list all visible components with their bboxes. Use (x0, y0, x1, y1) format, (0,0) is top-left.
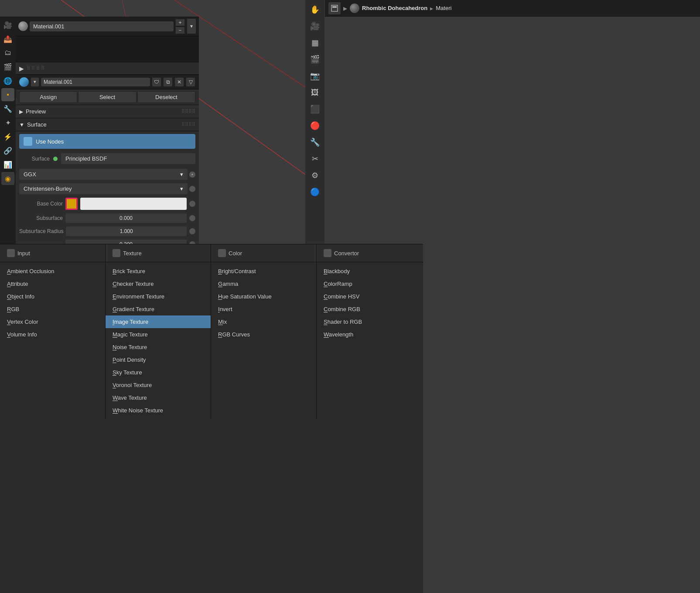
menu-item-image-texture[interactable]: Image Texture (106, 315, 211, 328)
camera-icon[interactable]: 🎥 (307, 18, 323, 34)
shield-icon-btn[interactable]: 🛡 (152, 77, 161, 87)
menu-item-voronoi-texture[interactable]: Voronoi Texture (106, 379, 211, 391)
input-header-icon (7, 249, 15, 257)
menu-item-noise-texture[interactable]: Noise Texture (106, 341, 211, 353)
filter-icon-btn[interactable]: ▽ (186, 77, 195, 87)
convertor-column: Blackbody ColorRamp Combine HSV Combine … (317, 262, 422, 419)
menu-item-point-density[interactable]: Point Density (106, 353, 211, 366)
view-icon[interactable] (328, 2, 341, 14)
view-layer-icon[interactable]: 🗂 (1, 46, 14, 59)
subsurface-arrow-icon: ▾ (180, 185, 183, 192)
grid-icon[interactable]: ▦ (307, 35, 323, 51)
menu-item-white-noise-texture[interactable]: White Noise Texture (106, 404, 211, 417)
modifier-properties-icon[interactable]: 🔧 (1, 102, 14, 115)
menu-item-wave-texture[interactable]: Wave Texture (106, 391, 211, 404)
sub-radius-value[interactable]: 1.000 (66, 226, 187, 236)
menu-item-checker-texture[interactable]: Checker Texture (106, 278, 211, 290)
output-properties-icon[interactable]: 📤 (1, 32, 14, 45)
texture-header-icon (113, 249, 120, 257)
menu-item-invert[interactable]: Invert (211, 303, 316, 315)
data2-icon[interactable]: 📊 (1, 158, 14, 171)
input-header: Input (0, 244, 106, 262)
base-color-swatch[interactable] (65, 198, 78, 210)
surface-shader-row: Surface Principled BSDF (16, 151, 199, 166)
modifier-icon[interactable]: 🔧 (307, 134, 323, 150)
scene-properties-icon[interactable]: 🎬 (1, 60, 14, 73)
globe-icon (19, 77, 29, 87)
menu-item-environment-texture[interactable]: Environment Texture (106, 290, 211, 303)
menu-item-hue-sat-value[interactable]: Hue Saturation Value (211, 290, 316, 303)
constraints2-icon[interactable]: 🔗 (1, 144, 14, 157)
camera2-icon[interactable]: 📷 (307, 68, 323, 84)
ggx-dropdown[interactable]: GGX ▾ (19, 169, 188, 180)
menu-item-combine-rgb[interactable]: Combine RGB (317, 303, 422, 315)
surface-dots: ⠿⠿⠿⠿ (181, 122, 195, 127)
sub-r-dot[interactable] (189, 228, 195, 234)
menu-item-ambient-occlusion[interactable]: Ambient Occlusion (0, 265, 105, 278)
menu-item-attribute[interactable]: Attribute (0, 278, 105, 290)
world-properties-icon[interactable]: 🌐 (1, 74, 14, 87)
menu-item-rgb[interactable]: RGB (0, 303, 105, 315)
menu-item-magic-texture[interactable]: Magic Texture (106, 328, 211, 341)
preview-section-header[interactable]: ▶ Preview ⠿⠿⠿⠿ (16, 105, 199, 118)
close-icon-btn[interactable]: ✕ (174, 77, 184, 87)
object-icon[interactable]: ⬛ (307, 101, 323, 117)
subsurface-value[interactable]: 0.000 (65, 213, 187, 223)
subsurface-dot-btn[interactable] (189, 186, 195, 192)
add-material-button[interactable]: + (175, 19, 185, 26)
shapekey-icon[interactable]: ✂ (307, 151, 323, 167)
convertor-header: Convertor (317, 244, 422, 262)
principled-bsdf-button[interactable]: Principled BSDF (61, 153, 195, 164)
menu-item-mix[interactable]: Mix (211, 315, 316, 328)
scene-icon[interactable]: 🎬 (307, 51, 323, 67)
play-button[interactable]: ▶ (19, 65, 24, 72)
menu-item-brick-texture[interactable]: Brick Texture (106, 265, 211, 278)
hand-tool-icon[interactable]: ✋ (307, 2, 323, 17)
surface-title: Surface (27, 121, 47, 128)
menu-item-sky-texture[interactable]: Sky Texture (106, 366, 211, 379)
menu-item-volume-info[interactable]: Volume Info (0, 328, 105, 341)
texture-column: Brick Texture Checker Texture Environmen… (106, 262, 211, 419)
select-button[interactable]: Select (78, 91, 136, 103)
material-slot-name[interactable]: Material.001 (41, 78, 150, 86)
object-properties-icon[interactable]: ▪ (1, 88, 14, 101)
material-active-icon[interactable]: ◉ (1, 172, 14, 185)
dropdown-button[interactable]: ▾ (187, 18, 196, 34)
sub-dot[interactable] (189, 215, 195, 221)
menu-item-gamma[interactable]: Gamma (211, 278, 316, 290)
menu-item-bright-contrast[interactable]: Bright/Contrast (211, 265, 316, 278)
menu-item-combine-hsv[interactable]: Combine HSV (317, 290, 422, 303)
base-color-label: Base Color (19, 201, 63, 207)
base-color-value-field[interactable] (80, 198, 187, 210)
subsurface-label: Christensen-Burley (24, 185, 72, 192)
menu-item-vertex-color[interactable]: Vertex Color (0, 315, 105, 328)
material-type-dropdown[interactable]: ▾ (31, 77, 39, 87)
menu-item-wavelength[interactable]: Wavelength (317, 328, 422, 341)
deselect-button[interactable]: Deselect (137, 91, 195, 103)
menu-item-gradient-texture[interactable]: Gradient Texture (106, 303, 211, 315)
physics-icon[interactable]: ⚡ (1, 130, 14, 143)
menu-item-object-info[interactable]: Object Info (0, 290, 105, 303)
assign-button[interactable]: Assign (19, 91, 77, 103)
copy-icon-btn[interactable]: ⧉ (163, 77, 173, 87)
menu-item-colorramp[interactable]: ColorRamp (317, 278, 422, 290)
constraint-icon[interactable]: 🔴 (307, 118, 323, 134)
surface-section-header[interactable]: ▼ Surface ⠿⠿⠿⠿ (16, 118, 199, 131)
menu-item-shader-to-rgb[interactable]: Shader to RGB (317, 315, 422, 328)
remove-material-button[interactable]: − (175, 27, 185, 34)
material-name-input[interactable]: Material.001 (30, 21, 174, 31)
render-properties-icon[interactable]: 🎥 (1, 18, 14, 31)
ggx-dot-btn[interactable]: ● (189, 171, 195, 178)
use-nodes-button[interactable]: Use Nodes (19, 134, 195, 149)
menu-item-blackbody[interactable]: Blackbody (317, 265, 422, 278)
subsurface-dropdown[interactable]: Christensen-Burley ▾ (19, 183, 188, 194)
data-icon[interactable]: ⚙ (307, 168, 323, 183)
image-icon[interactable]: 🖼 (307, 85, 323, 100)
menu-item-rgb-curves[interactable]: RGB Curves (211, 328, 316, 341)
svg-rect-20 (332, 6, 337, 8)
material-icon[interactable]: 🔵 (307, 184, 323, 200)
base-color-dot[interactable] (189, 201, 195, 207)
color-header: Color (211, 244, 317, 262)
play-row: ▶ ⠿⠿⠿⠿ (16, 62, 199, 75)
particles-icon[interactable]: ✦ (1, 116, 14, 129)
